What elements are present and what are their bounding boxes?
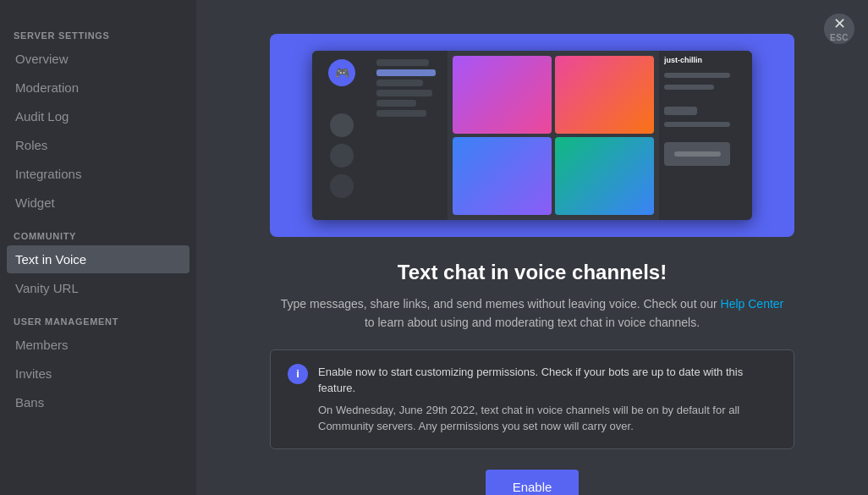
close-button[interactable]: ✕ ESC [824, 14, 854, 44]
mock-voice-tile-2 [555, 56, 654, 134]
mock-bar-1 [664, 73, 730, 78]
sidebar-item-roles[interactable]: Roles [7, 131, 190, 159]
mock-bar-3 [664, 107, 697, 115]
sidebar-item-moderation[interactable]: Moderation [7, 74, 190, 102]
mock-discord-icon: 🎮 [328, 59, 355, 86]
sidebar-item-label: Vanity URL [15, 281, 79, 295]
mock-voice-tile-3 [453, 137, 552, 215]
mock-right-panel: just-chillin [659, 51, 752, 220]
community-label: COMMUNITY [7, 217, 190, 245]
hero-image: 🎮 [270, 34, 794, 237]
sidebar-item-label: Text in Voice [15, 252, 86, 267]
server-settings-label: SERVER SETTINGS [7, 17, 190, 44]
esc-label: ESC [830, 33, 849, 42]
sidebar-item-text-in-voice[interactable]: Text in Voice [7, 245, 190, 273]
mock-voice-tile-4 [555, 137, 654, 215]
close-icon: ✕ [833, 16, 846, 31]
mock-channel-list [371, 51, 448, 220]
feature-description: Type messages, share links, and send mem… [278, 294, 786, 333]
description-part2: to learn about using and moderating text… [365, 316, 700, 329]
info-line-2: On Wednesday, June 29th 2022, text chat … [318, 402, 777, 435]
main-content: ✕ ESC 🎮 [196, 0, 868, 495]
sidebar-item-label: Overview [15, 52, 69, 66]
sidebar: SERVER SETTINGS Overview Moderation Audi… [0, 0, 196, 495]
mock-sidebar: 🎮 [312, 51, 371, 220]
info-text: Enable now to start customizing permissi… [318, 364, 777, 435]
sidebar-item-bans[interactable]: Bans [7, 388, 190, 416]
help-center-link[interactable]: Help Center [721, 297, 784, 311]
mock-discord-ui: 🎮 [312, 51, 752, 220]
description-part1: Type messages, share links, and send mem… [281, 297, 717, 311]
enable-button[interactable]: Enable [486, 470, 580, 495]
mock-bar-4 [664, 122, 730, 127]
mock-message-bar [674, 151, 721, 157]
user-management-label: USER MANAGEMENT [7, 303, 190, 330]
sidebar-item-label: Widget [15, 195, 55, 210]
sidebar-item-label: Integrations [15, 167, 81, 181]
sidebar-item-label: Audit Log [15, 109, 69, 124]
sidebar-item-widget[interactable]: Widget [7, 189, 190, 217]
info-box: i Enable now to start customizing permis… [270, 349, 794, 449]
hero-inner: 🎮 [270, 34, 794, 237]
sidebar-item-members[interactable]: Members [7, 331, 190, 359]
sidebar-item-audit-log[interactable]: Audit Log [7, 102, 190, 130]
mock-voice-tile-1 [453, 56, 552, 134]
sidebar-item-vanity-url[interactable]: Vanity URL [7, 274, 190, 302]
sidebar-item-label: Bans [15, 395, 44, 410]
sidebar-item-label: Members [15, 338, 69, 352]
sidebar-item-label: Roles [15, 138, 47, 152]
mock-bar-2 [664, 85, 714, 90]
sidebar-item-invites[interactable]: Invites [7, 360, 190, 388]
sidebar-item-label: Invites [15, 366, 52, 381]
sidebar-item-integrations[interactable]: Integrations [7, 160, 190, 188]
info-line-1: Enable now to start customizing permissi… [318, 364, 777, 397]
info-icon: i [288, 364, 308, 384]
sidebar-item-label: Moderation [15, 80, 79, 95]
sidebar-item-overview[interactable]: Overview [7, 45, 190, 73]
feature-title: Text chat in voice channels! [398, 261, 667, 284]
mock-username: just-chillin [664, 56, 747, 64]
mock-message-box [664, 142, 730, 166]
mock-voice-area [448, 51, 659, 220]
